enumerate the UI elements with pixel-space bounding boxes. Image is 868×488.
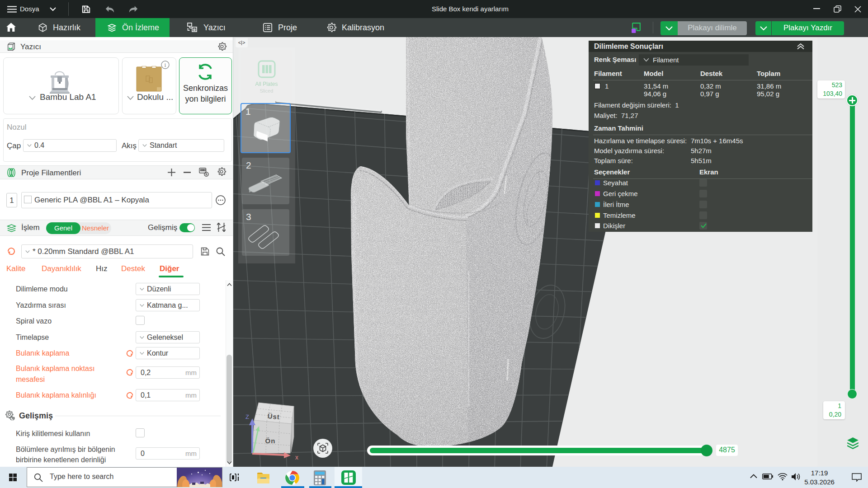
svg-text:x: x: [295, 454, 298, 461]
svg-text:Ön: Ön: [265, 437, 276, 445]
svg-text:Z: Z: [245, 413, 249, 420]
svg-text:Üst: Üst: [267, 412, 280, 421]
